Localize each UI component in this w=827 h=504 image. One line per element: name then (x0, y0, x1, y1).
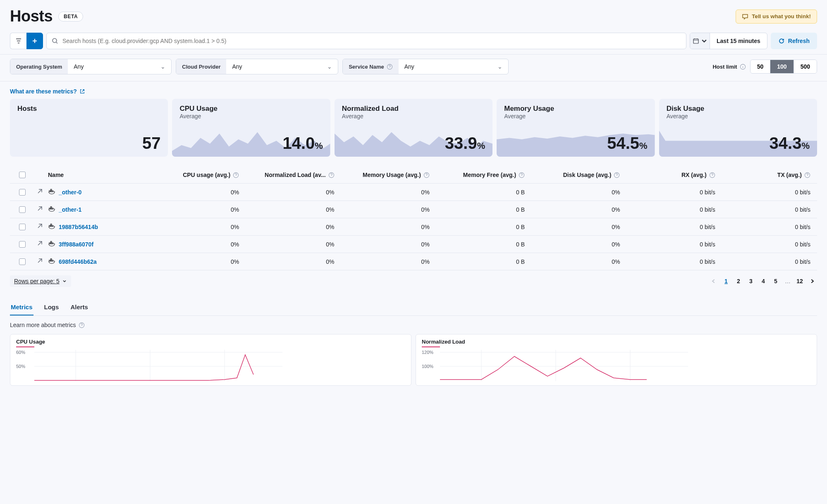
container-icon (48, 188, 55, 196)
tab-logs[interactable]: Logs (43, 299, 60, 315)
kpi-subtitle: Average (179, 113, 323, 119)
page-next-button[interactable] (807, 275, 817, 287)
tab-metrics[interactable]: Metrics (10, 299, 33, 315)
row-checkbox[interactable] (19, 206, 26, 213)
page-1-button[interactable]: 1 (721, 275, 731, 287)
svg-rect-27 (49, 260, 50, 261)
pagination: 1 2 3 4 5 … 12 (709, 275, 817, 287)
column-disk[interactable]: Disk Usage (avg.) (528, 172, 623, 178)
kpi-subtitle: Average (667, 113, 810, 119)
cell-rx: 0 bit/s (623, 224, 718, 230)
chart-title: CPU Usage (16, 339, 405, 345)
time-range-label[interactable]: Last 15 minutes (710, 33, 767, 49)
help-icon (328, 172, 335, 178)
info-icon (740, 64, 746, 70)
expand-row-icon[interactable] (36, 188, 43, 196)
select-all-checkbox[interactable] (19, 172, 26, 178)
svg-rect-19 (49, 225, 50, 227)
host-name-link[interactable]: _other-0 (59, 189, 81, 196)
chevron-down-icon: ⌄ (160, 63, 165, 70)
svg-rect-26 (50, 241, 52, 243)
refresh-label: Refresh (788, 38, 810, 44)
add-filter-button[interactable] (26, 33, 43, 49)
row-checkbox[interactable] (19, 241, 26, 248)
search-bar[interactable] (46, 33, 686, 49)
rows-per-page-select[interactable]: Rows per page: 5 (10, 275, 71, 287)
search-icon (52, 38, 58, 44)
host-name-link[interactable]: 19887b56414b (59, 224, 98, 230)
search-input[interactable] (62, 38, 681, 44)
chart-cpu-usage: CPU Usage 60% 50% (10, 334, 411, 386)
cell-load: 0% (242, 224, 337, 230)
svg-rect-15 (49, 208, 50, 209)
kpi-value: 54.5 (607, 134, 639, 152)
kpi-value: 34.3 (770, 134, 802, 152)
cell-disk: 0% (528, 206, 623, 213)
expand-row-icon[interactable] (36, 223, 43, 231)
calendar-icon (693, 38, 699, 44)
column-tx[interactable]: TX (avg.) (719, 172, 814, 178)
cell-memfree: 0 B (433, 224, 528, 230)
refresh-button[interactable]: Refresh (771, 33, 817, 49)
page-2-button[interactable]: 2 (734, 275, 743, 287)
kpi-title: CPU Usage (179, 105, 323, 113)
kpi-unit: % (315, 141, 323, 151)
date-picker-button[interactable] (690, 33, 710, 49)
column-rx[interactable]: RX (avg.) (623, 172, 718, 178)
kpi-title: Disk Usage (667, 105, 810, 113)
chart-accent (422, 346, 440, 347)
kpi-title: Memory Usage (504, 105, 647, 113)
help-icon (804, 172, 810, 178)
chevron-down-icon (701, 38, 707, 44)
row-checkbox[interactable] (19, 224, 26, 230)
column-memfree[interactable]: Memory Free (avg.) (433, 172, 528, 178)
host-name-link[interactable]: 698fd446b62a (59, 258, 97, 265)
help-icon (387, 64, 393, 70)
expand-row-icon[interactable] (36, 240, 43, 248)
svg-rect-13 (52, 191, 53, 192)
cell-tx: 0 bit/s (719, 206, 814, 213)
chart-canvas (440, 350, 688, 381)
cloud-filter[interactable]: Cloud Provider Any ⌄ (176, 59, 338, 74)
svg-rect-21 (52, 225, 53, 227)
limit-500-button[interactable]: 500 (794, 60, 817, 73)
external-link-icon (79, 88, 85, 94)
row-checkbox[interactable] (19, 189, 26, 196)
table-row: 698fd446b62a 0% 0% 0% 0 B 0% 0 bit/s 0 b… (10, 253, 817, 270)
expand-row-icon[interactable] (36, 205, 43, 213)
page-3-button[interactable]: 3 (746, 275, 756, 287)
help-icon (519, 172, 525, 178)
page-ellipsis: … (783, 278, 792, 284)
column-name[interactable]: Name (48, 172, 147, 178)
expand-row-icon[interactable] (36, 258, 43, 265)
filter-toggle-button[interactable] (10, 33, 26, 49)
page-prev-button[interactable] (709, 275, 719, 287)
cell-mem: 0% (338, 189, 433, 196)
limit-100-button[interactable]: 100 (770, 60, 794, 73)
column-load[interactable]: Normalized Load (av... (242, 172, 337, 178)
kpi-title: Hosts (17, 105, 160, 113)
cloud-filter-label: Cloud Provider (176, 59, 226, 74)
help-icon (423, 172, 430, 178)
tab-alerts[interactable]: Alerts (69, 299, 89, 315)
page-4-button[interactable]: 4 (758, 275, 768, 287)
host-name-link[interactable]: 3ff988a6070f (59, 241, 93, 248)
column-cpu[interactable]: CPU usage (avg.) (147, 172, 242, 178)
service-filter[interactable]: Service Name Any ⌄ (342, 59, 508, 74)
feedback-button[interactable]: Tell us what you think! (736, 10, 817, 24)
cell-memfree: 0 B (433, 241, 528, 248)
page-last-button[interactable]: 12 (795, 275, 805, 287)
learn-more-link[interactable]: Learn more about metrics (10, 316, 817, 334)
kpi-unit: % (477, 141, 485, 151)
help-icon (709, 172, 715, 178)
page-5-button[interactable]: 5 (771, 275, 781, 287)
limit-50-button[interactable]: 50 (751, 60, 771, 73)
kpi-cpu-usage: CPU Usage Average 14.0% (172, 99, 330, 157)
cell-load: 0% (242, 189, 337, 196)
host-name-link[interactable]: _other-1 (59, 206, 81, 213)
column-mem[interactable]: Memory Usage (avg.) (338, 172, 433, 178)
metrics-explain-link[interactable]: What are these metrics? (10, 88, 817, 95)
os-filter[interactable]: Operating System Any ⌄ (10, 59, 172, 74)
row-checkbox[interactable] (19, 258, 26, 265)
cell-disk: 0% (528, 224, 623, 230)
